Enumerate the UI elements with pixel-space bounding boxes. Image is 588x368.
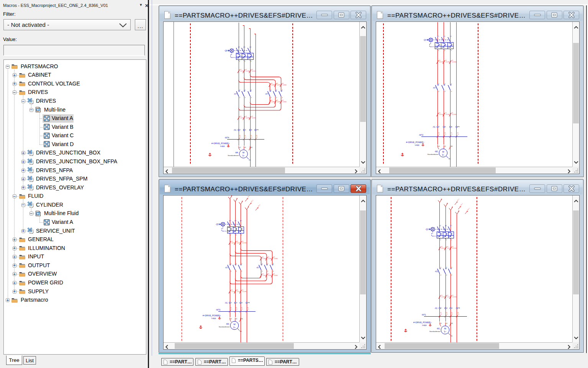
svg-text:-X1:1: -X1:1 xyxy=(247,196,250,198)
svg-text:1.5: 1.5 xyxy=(438,134,440,135)
svg-text:1: 1 xyxy=(231,220,231,222)
svg-text:1.5: 1.5 xyxy=(251,136,253,138)
svg-text:1: 1 xyxy=(231,263,231,264)
svg-text:13.8 RM: 13.8 RM xyxy=(452,61,457,63)
svg-text:PE: PE xyxy=(257,129,259,131)
svg-text:1: 1 xyxy=(251,89,252,91)
svg-text:1: 1 xyxy=(239,46,240,48)
svg-text:M: M xyxy=(242,151,244,154)
svg-text:-W73: -W73 xyxy=(216,309,220,311)
svg-text:-Q4: -Q4 xyxy=(423,39,427,41)
svg-text:U1: U1 xyxy=(230,318,232,320)
svg-text:Standardmotor: Standardmotor xyxy=(429,330,441,332)
svg-text:#<DRIVE_POWER>: #<DRIVE_POWER> xyxy=(203,314,221,317)
svg-text:1: 1 xyxy=(262,263,263,264)
svg-text:2: 2 xyxy=(241,271,242,272)
svg-text:1: 1 xyxy=(438,36,439,37)
svg-text:2: 2 xyxy=(451,91,452,92)
svg-text:13.8RM: 13.8RM xyxy=(282,101,287,103)
svg-text:PE: PE xyxy=(458,307,460,309)
svg-text:1: 1 xyxy=(451,83,452,85)
svg-text:PE: PE xyxy=(240,331,242,332)
svg-text:-K7: -K7 xyxy=(433,87,436,89)
svg-text:PE: PE xyxy=(450,335,452,337)
svg-text:1.5: 1.5 xyxy=(231,309,233,310)
svg-text:13.8 RM: 13.8 RM xyxy=(246,71,250,72)
svg-text:2: 2 xyxy=(231,302,232,304)
svg-text:1: 1 xyxy=(282,89,283,91)
svg-text:1.5: 1.5 xyxy=(256,136,258,138)
svg-text:1.5: 1.5 xyxy=(457,314,459,315)
svg-text:2: 2 xyxy=(276,97,277,99)
svg-text:2: 2 xyxy=(245,97,246,99)
svg-text:V1: V1 xyxy=(446,323,447,324)
svg-text:-X1: -X1 xyxy=(224,302,228,304)
svg-text:2: 2 xyxy=(451,239,452,241)
svg-text:Lopp: Lopp xyxy=(211,317,216,319)
svg-text:1: 1 xyxy=(241,220,242,222)
svg-text:13.8RM: 13.8RM xyxy=(277,84,281,86)
svg-text:2: 2 xyxy=(439,91,439,92)
svg-text:2: 2 xyxy=(236,271,237,272)
svg-text:2: 2 xyxy=(271,97,272,99)
svg-text:-X1: -X1 xyxy=(434,307,437,309)
svg-text:1.5: 1.5 xyxy=(440,314,442,315)
svg-text:2: 2 xyxy=(441,274,441,276)
svg-text:3~: 3~ xyxy=(444,330,447,333)
svg-text:1: 1 xyxy=(451,225,452,227)
svg-text:V1: V1 xyxy=(444,146,446,147)
svg-text:W1: W1 xyxy=(251,147,252,148)
svg-text:Lopp: Lopp xyxy=(415,144,419,146)
svg-text:2: 2 xyxy=(444,50,445,51)
svg-text:13.8 RM: 13.8 RM xyxy=(439,114,444,115)
svg-text:4: 4 xyxy=(245,129,246,131)
svg-text:1: 1 xyxy=(241,263,242,264)
svg-text:3~: 3~ xyxy=(442,154,445,156)
svg-text:-K7: -K7 xyxy=(225,266,228,269)
svg-text:-W72: -W72 xyxy=(419,134,423,136)
svg-text:U1: U1 xyxy=(440,323,442,324)
svg-text:2: 2 xyxy=(241,234,242,236)
svg-text:1: 1 xyxy=(273,263,274,264)
svg-text:Standardmotor: Standardmotor xyxy=(427,153,439,155)
svg-text:1: 1 xyxy=(446,225,447,227)
svg-text:-M4: -M4 xyxy=(235,151,238,154)
svg-text:2: 2 xyxy=(245,61,246,62)
svg-text:-X1:1: -X1:1 xyxy=(467,207,470,210)
svg-text:6: 6 xyxy=(452,307,452,309)
svg-text:1.5: 1.5 xyxy=(444,134,446,135)
svg-text:1.5: 1.5 xyxy=(247,309,249,310)
svg-text:13.8 RM: 13.8 RM xyxy=(252,117,256,119)
svg-text:-X1:1: -X1:1 xyxy=(460,203,463,206)
svg-text:13.8 RM: 13.8 RM xyxy=(452,114,457,115)
svg-text:2: 2 xyxy=(240,129,241,131)
svg-text:1.5: 1.5 xyxy=(457,134,459,135)
svg-text:-X1:1: -X1:1 xyxy=(251,199,254,202)
svg-text:4: 4 xyxy=(447,307,447,309)
svg-text:1: 1 xyxy=(239,89,240,91)
svg-text:1: 1 xyxy=(439,83,439,85)
svg-text:1: 1 xyxy=(441,267,441,268)
svg-text:4: 4 xyxy=(236,302,237,304)
svg-text:13.8RM: 13.8RM xyxy=(268,275,272,276)
svg-text:Standardmotor: Standardmotor xyxy=(228,154,239,156)
svg-text:V1: V1 xyxy=(244,147,246,148)
svg-text:-K7: -K7 xyxy=(234,93,237,95)
svg-text:13.8RM: 13.8RM xyxy=(274,275,278,276)
svg-text:2: 2 xyxy=(231,271,231,272)
svg-text:M: M xyxy=(442,151,444,153)
svg-text:1.5: 1.5 xyxy=(446,314,448,315)
svg-text:2: 2 xyxy=(446,274,447,276)
svg-text:6: 6 xyxy=(242,302,242,304)
svg-text:1.5: 1.5 xyxy=(239,136,241,138)
svg-text:13.8 RM: 13.8 RM xyxy=(439,61,444,63)
svg-text:Lopp: Lopp xyxy=(422,324,427,326)
svg-text:1: 1 xyxy=(444,36,445,37)
svg-text:-X1: -X1 xyxy=(432,126,436,128)
svg-text:W1: W1 xyxy=(451,323,453,324)
svg-text:13.8 RM: 13.8 RM xyxy=(446,61,450,63)
svg-text:13.8 RM: 13.8 RM xyxy=(242,242,247,244)
svg-text:U1: U1 xyxy=(438,146,440,147)
svg-text:13.8 RM: 13.8 RM xyxy=(242,291,247,292)
svg-text:#<DRIVE_POWER>: #<DRIVE_POWER> xyxy=(406,141,424,143)
